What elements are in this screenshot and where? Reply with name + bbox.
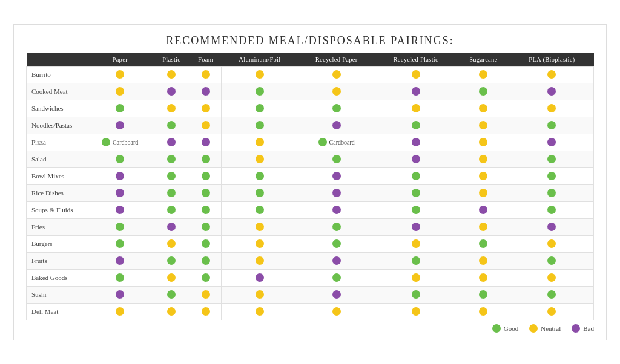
rating-dot xyxy=(479,104,487,112)
meal-label: Pizza xyxy=(27,134,87,151)
rating-dot xyxy=(479,189,487,197)
dot-cell xyxy=(153,66,190,83)
rating-dot xyxy=(256,70,264,79)
dot-cell xyxy=(153,134,190,151)
dot-cell xyxy=(375,66,457,83)
table-row: Burrito xyxy=(27,66,594,83)
dot-cell xyxy=(510,151,593,167)
dot-cell xyxy=(87,269,153,286)
dot-cell xyxy=(87,83,153,100)
dot-cell xyxy=(375,184,457,201)
dot-cell xyxy=(457,151,510,167)
rating-dot xyxy=(479,273,487,282)
pairing-table: PaperPlasticFoamAluminum/FoilRecycled Pa… xyxy=(26,53,594,320)
dot-cell xyxy=(153,100,190,117)
dot-cell xyxy=(298,286,375,303)
dot-cell xyxy=(457,218,510,235)
dot-cell xyxy=(222,151,298,167)
dot-cell xyxy=(375,151,457,167)
rating-dot xyxy=(412,239,420,248)
meal-label: Salad xyxy=(27,151,87,167)
table-row: Fries xyxy=(27,218,594,235)
dot-cell xyxy=(190,201,222,218)
dot-cell xyxy=(510,218,593,235)
dot-cell xyxy=(87,286,153,303)
dot-cell xyxy=(510,134,593,151)
dot-cell xyxy=(457,235,510,252)
rating-dot xyxy=(116,121,124,129)
dot-cell xyxy=(153,235,190,252)
rating-dot xyxy=(547,290,556,299)
meal-label: Burgers xyxy=(27,235,87,252)
legend-dot-green xyxy=(492,324,501,333)
rating-dot xyxy=(167,189,176,197)
rating-dot xyxy=(332,104,341,112)
dot-cell xyxy=(87,218,153,235)
dot-cell xyxy=(222,83,298,100)
rating-dot xyxy=(167,290,176,299)
rating-dot xyxy=(547,121,556,129)
dot-cell xyxy=(457,201,510,218)
cardboard-label: Cardboard xyxy=(329,139,355,146)
rating-dot xyxy=(116,307,124,316)
rating-dot xyxy=(116,239,124,248)
meal-label: Bowl Mixes xyxy=(27,167,87,184)
rating-dot xyxy=(332,273,341,282)
rating-dot xyxy=(116,206,124,214)
rating-dot xyxy=(167,70,176,79)
dot-cell xyxy=(375,252,457,269)
rating-dot xyxy=(167,121,176,129)
rating-dot xyxy=(202,239,210,248)
rating-dot xyxy=(256,223,264,231)
dot-cell xyxy=(153,184,190,201)
rating-dot xyxy=(167,87,176,96)
rating-dot xyxy=(202,70,210,79)
dot-cell xyxy=(190,134,222,151)
dot-cell xyxy=(298,201,375,218)
column-header-3: Foam xyxy=(190,53,222,67)
rating-dot xyxy=(547,70,556,79)
rating-dot xyxy=(202,307,210,316)
rating-dot xyxy=(167,206,176,214)
dot-cell xyxy=(298,269,375,286)
dot-cell xyxy=(190,235,222,252)
rating-dot xyxy=(547,189,556,197)
rating-dot xyxy=(256,104,264,112)
rating-dot xyxy=(332,189,341,197)
rating-dot xyxy=(167,256,176,265)
dot-cell xyxy=(457,100,510,117)
rating-dot xyxy=(412,70,420,79)
dot-cell xyxy=(375,286,457,303)
rating-dot xyxy=(479,172,487,180)
dot-cell xyxy=(153,83,190,100)
rating-dot xyxy=(202,87,210,96)
dot-cell xyxy=(510,167,593,184)
dot-cell xyxy=(190,303,222,320)
meal-label: Fries xyxy=(27,218,87,235)
rating-dot xyxy=(332,87,341,96)
rating-dot xyxy=(116,172,124,180)
table-row: Salad xyxy=(27,151,594,167)
column-header-0 xyxy=(27,53,87,67)
page-title: RECOMMENDED MEAL/DISPOSABLE PAIRINGS: xyxy=(26,34,594,47)
rating-dot xyxy=(167,172,176,180)
dot-cell: Cardboard xyxy=(87,134,153,151)
rating-dot xyxy=(412,189,420,197)
dot-cell: Cardboard xyxy=(298,134,375,151)
rating-dot xyxy=(479,256,487,265)
rating-dot xyxy=(116,104,124,112)
dot-cell xyxy=(510,303,593,320)
dot-cell xyxy=(375,303,457,320)
rating-dot xyxy=(479,155,487,163)
legend-dot-yellow xyxy=(529,324,538,333)
table-body: BurritoCooked MeatSandwichesNoodles/Past… xyxy=(27,66,594,320)
column-header-2: Plastic xyxy=(153,53,190,67)
rating-dot xyxy=(116,155,124,163)
rating-dot xyxy=(202,104,210,112)
dot-cell xyxy=(375,117,457,134)
dot-cell xyxy=(298,303,375,320)
rating-dot xyxy=(332,155,341,163)
table-row: Sushi xyxy=(27,286,594,303)
column-header-1: Paper xyxy=(87,53,153,67)
table-header: PaperPlasticFoamAluminum/FoilRecycled Pa… xyxy=(27,53,594,67)
